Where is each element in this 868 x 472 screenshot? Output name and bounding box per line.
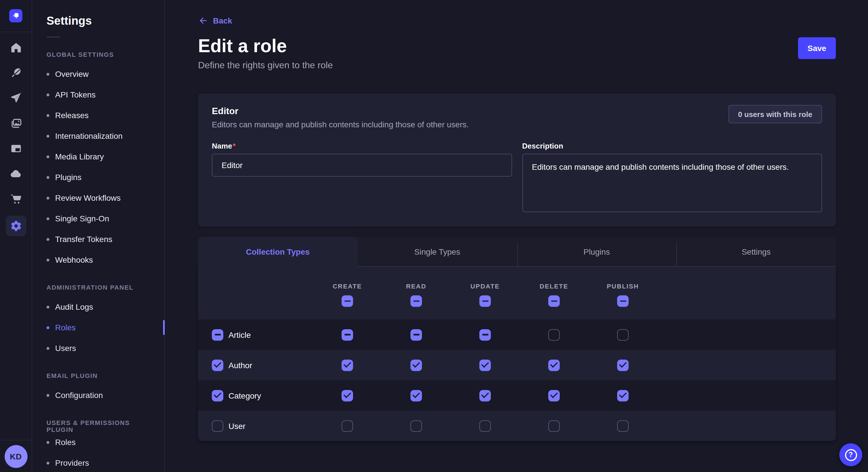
sidebar-item-plugins[interactable]: Plugins bbox=[46, 167, 150, 188]
sidebar-item-releases[interactable]: Releases bbox=[46, 105, 150, 126]
tab-single-types[interactable]: Single Types bbox=[358, 237, 517, 267]
bullet-icon bbox=[46, 305, 50, 308]
row-checkbox-category[interactable] bbox=[212, 390, 223, 401]
checkbox-category-update[interactable] bbox=[479, 390, 491, 401]
row-head-category: Category bbox=[198, 390, 313, 401]
checkbox-article-read[interactable] bbox=[410, 329, 422, 340]
name-field-group: Name* bbox=[212, 142, 512, 214]
sidebar-item-audit-logs[interactable]: Audit Logs bbox=[46, 297, 150, 317]
required-asterisk: * bbox=[233, 142, 236, 150]
icon-rail: KD bbox=[0, 0, 32, 472]
sidebar-item-review-workflows[interactable]: Review Workflows bbox=[46, 188, 150, 208]
strapi-logo-icon bbox=[11, 11, 21, 21]
bullet-icon bbox=[46, 134, 50, 137]
sidebar-item-transfer-tokens[interactable]: Transfer Tokens bbox=[46, 229, 150, 249]
sidebar-item-providers[interactable]: Providers bbox=[46, 452, 150, 472]
cloud-icon bbox=[9, 167, 22, 180]
bullet-icon bbox=[46, 155, 50, 158]
checkbox-user-read[interactable] bbox=[410, 420, 422, 432]
bullet-icon bbox=[46, 93, 50, 96]
column-label-create: CREATE bbox=[333, 283, 362, 290]
bullet-icon bbox=[46, 394, 50, 397]
sidebar-item-api-tokens[interactable]: API Tokens bbox=[46, 84, 150, 105]
section-label-users-permissions-plugin: USERS & PERMISSIONS PLUGIN bbox=[46, 419, 150, 427]
bullet-icon bbox=[46, 217, 50, 220]
checkbox-category-delete[interactable] bbox=[548, 390, 560, 401]
checkbox-user-create[interactable] bbox=[342, 420, 353, 432]
description-textarea[interactable]: Editors can manage and publish contents … bbox=[522, 154, 822, 212]
select-all-publish-checkbox[interactable] bbox=[617, 295, 629, 307]
name-label: Name* bbox=[212, 142, 512, 150]
rail-item-content-type-builder[interactable] bbox=[7, 64, 24, 81]
sidebar-item-users[interactable]: Users bbox=[46, 338, 150, 359]
column-update: UPDATE bbox=[451, 279, 520, 307]
sidebar-item-configuration[interactable]: Configuration bbox=[46, 385, 150, 405]
row-label-user: User bbox=[228, 421, 245, 430]
rail-item-media-library[interactable] bbox=[7, 115, 24, 132]
sidebar-item-single-sign-on[interactable]: Single Sign-On bbox=[46, 208, 150, 229]
row-checkbox-article[interactable] bbox=[212, 329, 223, 340]
sidebar-item-overview[interactable]: Overview bbox=[46, 64, 150, 84]
description-field-group: Description Editors can manage and publi… bbox=[522, 142, 822, 214]
column-delete: DELETE bbox=[520, 279, 588, 307]
checkbox-author-create[interactable] bbox=[342, 359, 353, 371]
main-content: Back Edit a role Define the rights given… bbox=[165, 0, 868, 472]
back-link[interactable]: Back bbox=[198, 15, 232, 26]
sidebar-item-internationalization[interactable]: Internationalization bbox=[46, 126, 150, 146]
bullet-icon bbox=[46, 196, 50, 199]
section-label-global-settings: GLOBAL SETTINGS bbox=[46, 51, 150, 59]
checkbox-user-publish[interactable] bbox=[617, 420, 629, 432]
checkbox-user-update[interactable] bbox=[479, 420, 491, 432]
checkbox-author-publish[interactable] bbox=[617, 359, 629, 371]
checkbox-category-publish[interactable] bbox=[617, 390, 629, 401]
question-mark-icon: ? bbox=[845, 449, 857, 461]
checkbox-article-delete[interactable] bbox=[548, 329, 560, 340]
home-icon bbox=[9, 41, 22, 54]
checkbox-author-delete[interactable] bbox=[548, 359, 560, 371]
rail-item-cloud[interactable] bbox=[7, 165, 24, 182]
select-all-read-checkbox[interactable] bbox=[410, 295, 422, 307]
users-with-role-badge[interactable]: 0 users with this role bbox=[728, 105, 822, 123]
rail-item-settings[interactable] bbox=[5, 216, 26, 236]
permissions-tabs: Collection Types Single Types Plugins Se… bbox=[198, 237, 836, 267]
strapi-admin-app: KD Settings GLOBAL SETTINGS Overview API… bbox=[0, 0, 868, 472]
rail-item-deploy[interactable] bbox=[7, 90, 24, 107]
sidebar-item-webhooks[interactable]: Webhooks bbox=[46, 249, 150, 270]
select-all-delete-checkbox[interactable] bbox=[548, 295, 560, 307]
select-all-update-checkbox[interactable] bbox=[479, 295, 491, 307]
row-checkbox-author[interactable] bbox=[212, 359, 223, 371]
column-label-delete: DELETE bbox=[539, 283, 568, 290]
save-button[interactable]: Save bbox=[798, 37, 836, 59]
user-avatar[interactable]: KD bbox=[4, 445, 27, 468]
tab-settings[interactable]: Settings bbox=[677, 237, 836, 267]
checkbox-article-publish[interactable] bbox=[617, 329, 629, 340]
rail-item-marketplace[interactable] bbox=[7, 191, 24, 208]
strapi-logo[interactable] bbox=[9, 9, 22, 22]
select-all-create-checkbox[interactable] bbox=[342, 295, 353, 307]
checkbox-category-read[interactable] bbox=[410, 390, 422, 401]
gear-icon bbox=[9, 220, 22, 232]
help-button[interactable]: ? bbox=[839, 443, 862, 466]
administration-panel-list: Audit Logs Roles Users bbox=[46, 297, 150, 359]
checkbox-category-create[interactable] bbox=[342, 390, 353, 401]
sidebar-item-roles-up[interactable]: Roles bbox=[46, 432, 150, 452]
sidebar-item-roles-admin[interactable]: Roles bbox=[46, 317, 150, 338]
bullet-icon bbox=[46, 114, 50, 117]
checkbox-author-update[interactable] bbox=[479, 359, 491, 371]
rail-item-content-manager[interactable] bbox=[7, 140, 24, 157]
checkbox-author-read[interactable] bbox=[410, 359, 422, 371]
rail-item-home[interactable] bbox=[7, 39, 24, 56]
sidebar-item-media-library[interactable]: Media Library bbox=[46, 146, 150, 167]
bullet-icon bbox=[46, 72, 50, 75]
bullet-icon bbox=[46, 176, 50, 179]
section-label-administration-panel: ADMINISTRATION PANEL bbox=[46, 284, 150, 292]
checkbox-article-update[interactable] bbox=[479, 329, 491, 340]
tab-collection-types[interactable]: Collection Types bbox=[198, 237, 358, 267]
checkbox-user-delete[interactable] bbox=[548, 420, 560, 432]
name-input[interactable] bbox=[212, 154, 512, 177]
row-checkbox-user[interactable] bbox=[212, 420, 223, 432]
tab-plugins[interactable]: Plugins bbox=[517, 237, 677, 267]
page-header-text: Edit a role Define the rights given to t… bbox=[198, 35, 333, 71]
paper-plane-icon bbox=[9, 92, 22, 104]
checkbox-article-create[interactable] bbox=[342, 329, 353, 340]
